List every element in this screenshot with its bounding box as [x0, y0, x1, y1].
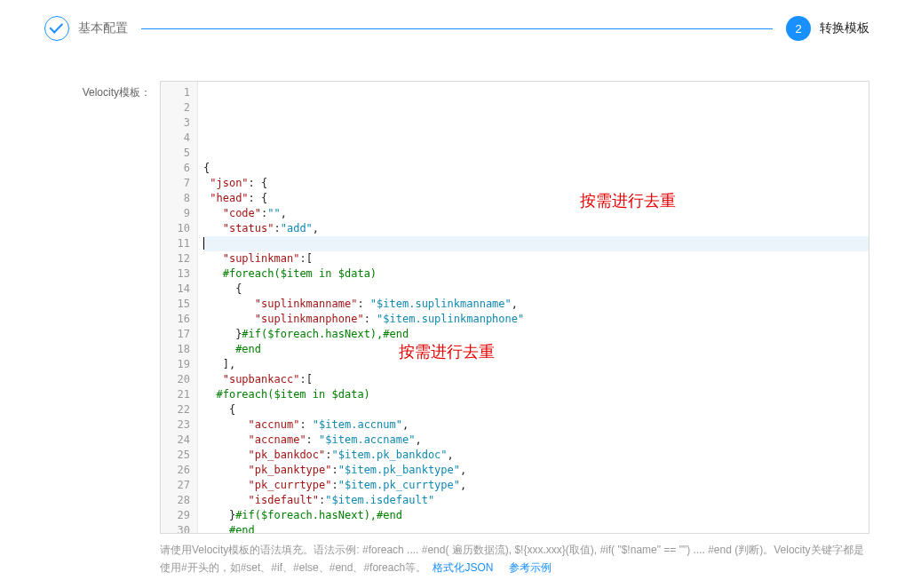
step2-label: 转换模板 — [820, 20, 869, 36]
format-json-link[interactable]: 格式化JSON — [433, 561, 493, 574]
code-area[interactable]: { "json": { "head": { "code":"", "status… — [198, 82, 869, 533]
code-line[interactable]: "suplinkmanphone": "$item.suplinkmanphon… — [203, 312, 869, 327]
code-line[interactable]: "json": { — [203, 176, 869, 191]
code-line[interactable]: "accname": "$item.accname", — [203, 433, 869, 448]
velocity-template-label: Velocity模板： — [36, 81, 160, 100]
code-line[interactable]: "pk_banktype":"$item.pk_banktype", — [203, 463, 869, 478]
stepper: 基本配置 2 转换模板 — [36, 16, 869, 41]
code-line[interactable]: #end — [203, 342, 869, 357]
code-line[interactable]: ], — [203, 357, 869, 372]
code-line[interactable]: "status":"add", — [203, 221, 869, 236]
code-line[interactable]: { — [203, 161, 869, 176]
code-line[interactable]: "suplinkmanname": "$item.suplinkmanname"… — [203, 297, 869, 312]
code-line[interactable]: "code":"", — [203, 206, 869, 221]
code-line[interactable]: "accnum": "$item.accnum", — [203, 417, 869, 433]
code-line[interactable]: "isdefault":"$item.isdefault" — [203, 493, 869, 508]
code-line[interactable]: "head": { — [203, 191, 869, 206]
code-line[interactable]: { — [203, 402, 869, 417]
step-active-circle: 2 — [786, 16, 811, 41]
code-editor[interactable]: 1234567891011121314151617181920212223242… — [160, 81, 869, 534]
code-line[interactable] — [203, 236, 869, 251]
check-icon — [50, 20, 64, 34]
text-cursor — [203, 237, 204, 250]
code-line[interactable]: "suplinkman":[ — [203, 251, 869, 266]
code-line[interactable]: "supbankacc":[ — [203, 372, 869, 387]
step-connector — [141, 28, 773, 29]
step-done-circle — [44, 16, 69, 41]
line-gutter: 1234567891011121314151617181920212223242… — [161, 82, 198, 533]
form-row: Velocity模板： 1234567891011121314151617181… — [36, 81, 869, 577]
code-line[interactable]: }#if($foreach.hasNext),#end — [203, 508, 869, 523]
code-line[interactable]: "pk_bankdoc":"$item.pk_bankdoc", — [203, 448, 869, 463]
step-transform-template[interactable]: 2 转换模板 — [786, 16, 869, 41]
code-line[interactable]: #foreach($item in $data) — [203, 266, 869, 282]
code-line[interactable]: }#if($foreach.hasNext),#end — [203, 327, 869, 342]
code-line[interactable]: { — [203, 282, 869, 297]
example-link[interactable]: 参考示例 — [509, 561, 552, 574]
step1-label: 基本配置 — [78, 20, 128, 36]
code-line[interactable]: "pk_currtype":"$item.pk_currtype", — [203, 478, 869, 493]
hint-text: 请使用Velocity模板的语法填充。语法示例: #foreach .... #… — [160, 541, 869, 577]
code-line[interactable]: #end — [203, 523, 869, 534]
code-line[interactable]: #foreach($item in $data) — [203, 387, 869, 402]
step-basic-config[interactable]: 基本配置 — [44, 16, 128, 41]
